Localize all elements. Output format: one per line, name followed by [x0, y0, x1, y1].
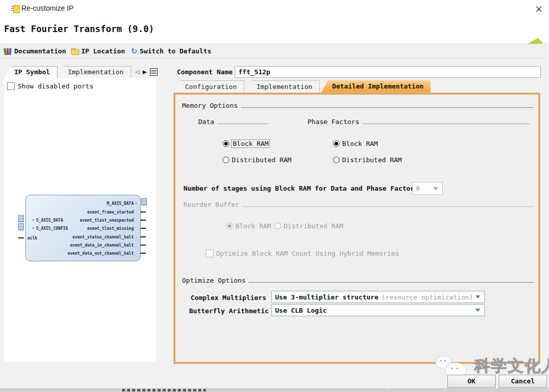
complex-multipliers-label: Complex Multipliers: [191, 294, 266, 301]
background-window-strip: [0, 388, 549, 392]
recustomize-ip-dialog: Re-customize IP × Fast Fourier Transform…: [0, 0, 549, 392]
prev-tab-icon[interactable]: ◁: [135, 69, 139, 75]
component-name-input[interactable]: [235, 66, 541, 78]
stub-event-status-channel-halt: [140, 236, 146, 237]
config-tabbar: Configuration Implementation Detailed Im…: [174, 80, 540, 93]
dropdown-arrow-icon: [433, 187, 438, 190]
component-name-label: Component Name: [177, 68, 233, 76]
left-panel-tabbar: IP Symbol Implementation ◁ ▶: [4, 66, 157, 78]
bus-icon-m-axis-data: [141, 198, 147, 205]
port-event-data-out-channel-halt: event_data_out_channel_halt: [68, 251, 134, 256]
port-event-tlast-unexpected: event_tlast_unexpected: [80, 218, 134, 223]
tab-ip-symbol[interactable]: IP Symbol: [4, 66, 57, 78]
butterfly-arithmetic-dropdown[interactable]: Use CLB Logic: [271, 304, 485, 316]
show-disabled-ports-row: Show disabled ports: [7, 82, 94, 90]
phase-block-ram-radio[interactable]: Block RAM: [333, 140, 378, 147]
ip-location-button[interactable]: IP Location: [71, 47, 125, 55]
port-event-frame-started: event_frame_started: [87, 210, 134, 215]
data-block-ram-radio[interactable]: Block RAM: [223, 140, 269, 147]
title-bar: Re-customize IP ×: [0, 0, 549, 17]
show-disabled-ports-checkbox[interactable]: [7, 82, 15, 90]
port-event-tlast-missing: event_tlast_missing: [87, 226, 134, 231]
port-aclk: aclk: [27, 236, 37, 240]
stub-event-tlast-missing: [140, 228, 146, 229]
memory-options-header: Memory Options: [182, 102, 534, 109]
bus-icon-s-axis-data: [18, 215, 24, 222]
ip-chip-icon: [11, 5, 19, 13]
hybrid-memories-label: Optimize Block RAM Count Using Hybrid Me…: [216, 250, 399, 257]
stages-label: Number of stages using Block RAM for Dat…: [184, 185, 418, 192]
bus-icon-s-axis-config: [18, 223, 24, 230]
switch-to-defaults-button[interactable]: ↻ Switch to Defaults: [130, 47, 211, 55]
close-icon[interactable]: ×: [533, 3, 545, 15]
port-m-axis-data: M_AXIS_DATA: [107, 201, 134, 206]
port-event-status-channel-halt: event_status_channel_halt: [73, 235, 134, 239]
data-subheader: Data: [198, 118, 268, 126]
tab-configuration[interactable]: Configuration: [174, 80, 245, 93]
expand-s-axis-data-icon[interactable]: +: [32, 218, 35, 222]
stub-event-tlast-unexpected: [140, 220, 146, 221]
folder-icon: [71, 48, 79, 54]
stub-event-data-in-channel-halt: [140, 245, 146, 246]
stub-event-frame-started: [140, 212, 146, 213]
stub-aclk: [18, 237, 24, 238]
tab-detailed-implementation[interactable]: Detailed Implementation: [321, 80, 431, 93]
optimize-options-header: Optimize Options: [182, 277, 534, 284]
ok-button[interactable]: OK: [447, 375, 496, 388]
port-s-axis-config: S_AXIS_CONFIG: [36, 226, 68, 231]
phase-factors-subheader: Phase Factors: [308, 118, 530, 126]
stub-event-data-out-channel-halt: [140, 253, 146, 254]
next-tab-icon[interactable]: ▶: [143, 69, 147, 75]
ip-symbol-block: M_AXIS_DATA event_frame_started event_tl…: [25, 195, 141, 261]
hybrid-memories-row: Optimize Block RAM Count Using Hybrid Me…: [206, 250, 399, 257]
toolbar: Documentation IP Location ↻ Switch to De…: [0, 44, 549, 58]
show-disabled-ports-label: Show disabled ports: [18, 82, 94, 90]
stages-dropdown: 0: [412, 182, 443, 195]
detailed-implementation-panel: Memory Options Data Phase Factors Block …: [174, 93, 540, 364]
phase-distributed-ram-radio[interactable]: Distributed RAM: [333, 156, 402, 164]
port-event-data-in-channel-halt: event_data_in_channel_halt: [70, 243, 134, 248]
reorder-buffer-header: Reorder Buffer: [184, 201, 534, 208]
data-distributed-ram-radio[interactable]: Distributed RAM: [223, 156, 291, 164]
tab-implementation[interactable]: Implementation: [246, 80, 320, 93]
ip-title: Fast Fourier Transform (9.0): [4, 24, 154, 34]
ip-header: Fast Fourier Transform (9.0): [0, 17, 549, 44]
complex-multipliers-dropdown[interactable]: Use 3-multiplier structure (resource opt…: [271, 291, 485, 303]
expand-s-axis-config-icon[interactable]: +: [32, 226, 35, 230]
tab-implementation-left[interactable]: Implementation: [57, 66, 131, 78]
cancel-button[interactable]: Cancel: [499, 375, 547, 388]
tab-list-icon[interactable]: [150, 68, 158, 76]
port-s-axis-data: S_AXIS_DATA: [36, 218, 63, 223]
hybrid-memories-checkbox: [206, 250, 214, 257]
reorder-block-ram-radio: Block RAM: [226, 222, 271, 230]
window-title: Re-customize IP: [21, 4, 74, 12]
clipped-background-text: [122, 389, 206, 391]
dropdown-arrow-icon: [475, 295, 480, 298]
refresh-icon: ↻: [130, 47, 138, 55]
butterfly-arithmetic-label: Butterfly Arithmetic: [189, 307, 269, 315]
reorder-distributed-ram-radio: Distributed RAM: [274, 222, 343, 230]
dropdown-arrow-icon: [475, 309, 480, 312]
books-icon: [4, 48, 12, 55]
documentation-button[interactable]: Documentation: [4, 47, 66, 55]
expand-m-axis-data-icon[interactable]: +: [135, 201, 137, 205]
